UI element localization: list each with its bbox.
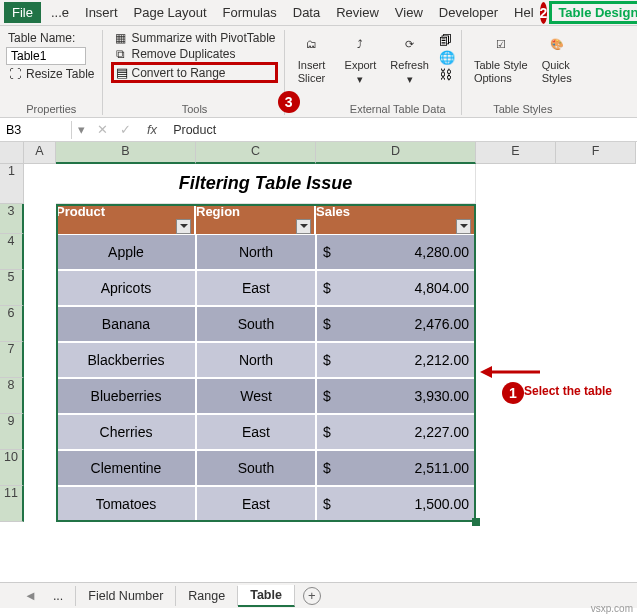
col-B[interactable]: B	[56, 142, 196, 164]
enter-icon[interactable]: ✓	[114, 122, 137, 137]
table-cell-sales[interactable]: $2,476.00	[316, 306, 476, 342]
tab-page-layout[interactable]: Page Layout	[126, 2, 215, 23]
export-button[interactable]: ⤴ Export ▾	[341, 30, 381, 85]
table-cell-sales[interactable]: $1,500.00	[316, 486, 476, 522]
fx-icon[interactable]: fx	[137, 122, 167, 137]
table-cell-region[interactable]: North	[196, 234, 316, 270]
row-11[interactable]: 11	[0, 486, 24, 522]
col-F[interactable]: F	[556, 142, 636, 164]
row-5[interactable]: 5	[0, 270, 24, 306]
chevron-down-icon: ▾	[357, 73, 363, 86]
table-cell-product[interactable]: Tomatoes	[56, 486, 196, 522]
style-options-label: Table Style Options	[474, 59, 528, 84]
tab-file[interactable]: File	[4, 2, 41, 23]
name-box[interactable]: B3	[0, 121, 72, 139]
tab-table-design[interactable]: Table Design	[549, 1, 637, 24]
table-cell-sales[interactable]: $2,227.00	[316, 414, 476, 450]
select-all-corner[interactable]	[0, 142, 24, 164]
scroll-left-icon[interactable]: ◄	[20, 588, 41, 603]
pivot-icon: ▦	[113, 31, 127, 45]
sheet-tab-field-number[interactable]: Field Number	[76, 586, 176, 606]
col-A[interactable]: A	[24, 142, 56, 164]
tab-view[interactable]: View	[387, 2, 431, 23]
formula-bar-row: B3 ▾ ✕ ✓ fx Product	[0, 118, 637, 142]
remove-dup-label: Remove Duplicates	[131, 47, 235, 61]
col-C[interactable]: C	[196, 142, 316, 164]
insert-slicer-button[interactable]: 🗂 Insert Slicer	[293, 30, 331, 84]
properties-icon[interactable]: 🗐	[439, 33, 455, 48]
table-cell-region[interactable]: East	[196, 486, 316, 522]
filter-button-sales[interactable]	[456, 219, 471, 234]
header-region[interactable]: Region	[196, 204, 316, 234]
header-product[interactable]: Product	[56, 204, 196, 234]
table-style-options-button[interactable]: ☑ Table Style Options	[470, 30, 532, 84]
row-9[interactable]: 9	[0, 414, 24, 450]
table-cell-product[interactable]: Blackberries	[56, 342, 196, 378]
convert-to-range-highlight: ▤ Convert to Range	[111, 62, 277, 83]
table-cell-region[interactable]: South	[196, 450, 316, 486]
header-sales[interactable]: Sales	[316, 204, 476, 234]
remove-duplicates-button[interactable]: ⧉ Remove Duplicates	[111, 46, 277, 62]
table-cell-region[interactable]: East	[196, 270, 316, 306]
namebox-dropdown-icon[interactable]: ▾	[72, 122, 91, 137]
tab-review[interactable]: Review	[328, 2, 387, 23]
header-region-label: Region	[196, 204, 240, 219]
row-4[interactable]: 4	[0, 234, 24, 270]
convert-to-range-button[interactable]: Convert to Range	[131, 66, 225, 80]
col-E[interactable]: E	[476, 142, 556, 164]
tab-help[interactable]: Hel	[506, 2, 542, 23]
table-cell-sales[interactable]: $4,280.00	[316, 234, 476, 270]
table-cell-region[interactable]: East	[196, 414, 316, 450]
table-cell-region[interactable]: North	[196, 342, 316, 378]
open-browser-icon[interactable]: 🌐	[439, 50, 455, 65]
tab-developer[interactable]: Developer	[431, 2, 506, 23]
unlink-icon[interactable]: ⛓	[439, 67, 455, 82]
sheet-tab-table[interactable]: Table	[238, 585, 295, 607]
title-cell[interactable]: Filtering Table Issue	[56, 164, 476, 204]
sheet-tabs: ◄ ... Field Number Range Table +	[0, 582, 637, 608]
table-cell-region[interactable]: South	[196, 306, 316, 342]
row-1[interactable]: 1	[0, 164, 24, 204]
refresh-button[interactable]: ⟳ Refresh ▾	[386, 30, 433, 85]
table-cell-sales[interactable]: $3,930.00	[316, 378, 476, 414]
row-7[interactable]: 7	[0, 342, 24, 378]
insert-slicer-label: Insert Slicer	[298, 59, 326, 84]
table-cell-sales[interactable]: $2,212.00	[316, 342, 476, 378]
grid[interactable]: Filtering Table Issue Product Region Sal…	[24, 164, 637, 584]
table-name-input[interactable]	[6, 47, 86, 65]
row-3[interactable]: 3	[0, 204, 24, 234]
tab-data[interactable]: Data	[285, 2, 328, 23]
quick-styles-button[interactable]: 🎨 Quick Styles	[538, 30, 576, 84]
table-cell-product[interactable]: Apple	[56, 234, 196, 270]
cancel-icon[interactable]: ✕	[91, 122, 114, 137]
row-6[interactable]: 6	[0, 306, 24, 342]
filter-button-product[interactable]	[176, 219, 191, 234]
summarize-pivot-button[interactable]: ▦ Summarize with PivotTable	[111, 30, 277, 46]
tab-prev[interactable]: ...e	[43, 2, 77, 23]
formula-bar[interactable]: Product	[167, 121, 222, 139]
table-cell-sales[interactable]: $4,804.00	[316, 270, 476, 306]
tab-formulas[interactable]: Formulas	[215, 2, 285, 23]
watermark: vsxp.com	[591, 603, 633, 614]
resize-table-button[interactable]: ⛶ Resize Table	[6, 66, 96, 82]
convert-range-icon: ▤	[116, 65, 128, 80]
table-cell-product[interactable]: Clementine	[56, 450, 196, 486]
table-cell-sales[interactable]: $2,511.00	[316, 450, 476, 486]
col-D[interactable]: D	[316, 142, 476, 164]
slicer-icon: 🗂	[297, 30, 327, 58]
table-cell-region[interactable]: West	[196, 378, 316, 414]
selection-handle[interactable]	[472, 518, 480, 526]
table-cell-product[interactable]: Apricots	[56, 270, 196, 306]
add-sheet-button[interactable]: +	[303, 587, 321, 605]
table-cell-product[interactable]: Cherries	[56, 414, 196, 450]
table-cell-product[interactable]: Banana	[56, 306, 196, 342]
select-table-label: Select the table	[524, 384, 612, 398]
row-10[interactable]: 10	[0, 450, 24, 486]
table-cell-product[interactable]: Blueberries	[56, 378, 196, 414]
sheet-tab-prev[interactable]: ...	[41, 586, 76, 606]
row-8[interactable]: 8	[0, 378, 24, 414]
tab-insert[interactable]: Insert	[77, 2, 126, 23]
filter-button-region[interactable]	[296, 219, 311, 234]
sheet-tab-range[interactable]: Range	[176, 586, 238, 606]
resize-table-label: Resize Table	[26, 67, 94, 81]
